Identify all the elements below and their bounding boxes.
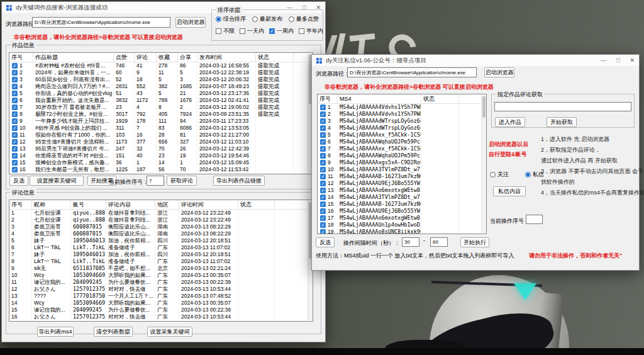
ms4-row[interactable]: ✓2MS4wLjABAAAA4Vdvhs1YSh7PWK... — [318, 111, 486, 118]
checkbox-checked-icon[interactable]: ✓ — [12, 77, 18, 82]
checkbox-checked-icon[interactable]: ✓ — [12, 91, 18, 96]
works-column-header[interactable]: 分享 — [178, 53, 197, 62]
checkbox-checked-icon[interactable]: ✓ — [12, 146, 18, 152]
works-table[interactable]: 序号作品标题点赞评论收藏分享发布时间状态✓1#农村种植 #农村创业 #抖音...… — [9, 52, 313, 174]
set-collect-keyword-button[interactable]: 设置采集关键词 — [147, 327, 192, 337]
checkbox-checked-icon[interactable]: ✓ — [320, 153, 326, 159]
checkbox-checked-icon[interactable]: ✓ — [12, 167, 18, 172]
invert-selection-button[interactable]: 反选 — [9, 176, 28, 186]
works-row[interactable]: ✓6我会重新开始的。这次失败是...3832117278916762024-03… — [9, 97, 313, 104]
checkbox-checked-icon[interactable]: ✓ — [320, 201, 326, 207]
sort-radio-option[interactable]: 综合排序 — [216, 15, 246, 23]
works-row[interactable]: ✓8极限72小时创业之旅。#创业...301779240579242024-03… — [9, 111, 313, 118]
ms4-row[interactable]: ✓1MS4wLjABAAAA4Vdvhs1YSh7PWK... — [318, 104, 486, 111]
export-ms4-button[interactable]: 导出列表ms4 — [37, 327, 74, 337]
ms4-row[interactable]: ✓11MS4wLjABAAAAB-16273um7kzNw... — [318, 173, 486, 180]
clear-list-button[interactable]: 清空列表数据 — [94, 327, 133, 337]
ms4-row[interactable]: ✓16MS4wLjABAAAAU9EjJ6Bo555YWj... — [318, 208, 486, 215]
checkbox-checked-icon[interactable]: ✓ — [320, 146, 326, 152]
works-column-header[interactable]: 点赞 — [114, 53, 135, 62]
checkbox-checked-icon[interactable]: ✓ — [320, 174, 326, 179]
invert-selection-button[interactable]: 反选 — [316, 237, 335, 247]
checkbox-checked-icon[interactable]: ✓ — [320, 208, 326, 214]
checkbox-checked-icon[interactable]: ✓ — [320, 118, 326, 124]
checkbox-checked-icon[interactable]: ✓ — [320, 194, 326, 200]
current-op-input[interactable] — [526, 215, 543, 224]
checkbox-checked-icon[interactable]: ✓ — [12, 63, 18, 69]
works-row[interactable]: ✓1#农村种植 #农村创业 #抖音...74641278862024-03-12… — [9, 62, 313, 69]
comments-row[interactable]: 15请记住我的...204099245为什么要做餐饮...广东2024-03-1… — [9, 307, 313, 313]
browser-path-input[interactable]: D:\百分浏览器\CentBrowser\Application\chrome.… — [32, 17, 170, 28]
sort-radio-option[interactable]: 最新发布 — [252, 15, 282, 23]
works-row[interactable]: ✓10#创作灵感 #创业路上的我们 ...31178360862024-03-1… — [9, 125, 313, 132]
comments-row[interactable]: 5妹子1095046013加油，祝你前程...四川2024-03-12 20:1… — [9, 237, 313, 244]
comments-column-header[interactable]: 账号 — [71, 200, 106, 209]
works-row[interactable]: ✓22024年，如果你来做抖音，一...6091152024-03-12 22:… — [9, 69, 313, 76]
checkbox-icon[interactable] — [216, 28, 221, 34]
ms4-row[interactable]: ✓15MS4wLjABAAAAB-16273um7kzNw... — [318, 201, 486, 208]
checkbox-checked-icon[interactable]: ✓ — [269, 28, 275, 34]
ms4-scrollbar[interactable] — [481, 95, 486, 233]
comments-row[interactable]: 9sik无65118370851不是吧，姐不想...北京2024-03-13 0… — [9, 265, 313, 272]
ms4-column-header[interactable]: 状态 — [421, 94, 459, 103]
checkbox-checked-icon[interactable]: ✓ — [12, 84, 18, 89]
comments-row[interactable]: 3娄底卫浴哥600887015衡阳应该比乐山...湖南2024-03-13 08… — [9, 223, 313, 230]
enter-work-button[interactable]: 进入作品 — [495, 117, 525, 127]
comments-column-header[interactable]: 序号 — [9, 200, 32, 209]
ms4-row[interactable]: ✓9MS4wLjABAAAAxgs5xA-C9D2Ro6... — [318, 159, 486, 166]
ms4-row[interactable]: ✓10MS4wLjABAAAA3TVlmPZ8Dt_w7r... — [318, 166, 486, 173]
checkbox-icon[interactable] — [240, 28, 245, 34]
works-row[interactable]: ✓11假如你在银行有了1000，你的...1031628812024-03-12… — [9, 132, 313, 138]
comments-row[interactable]: 14Wcy1053094669大胆听我的如果...广东2024-03-13 00… — [9, 300, 313, 307]
ms4-row[interactable]: ✓3MS4wLjABAAAAdWTrspLOyGoz6e... — [318, 118, 486, 125]
checkbox-checked-icon[interactable]: ✓ — [12, 118, 18, 124]
checkbox-checked-icon[interactable]: ✓ — [12, 111, 18, 117]
works-column-header[interactable]: 发布时间 — [197, 53, 256, 62]
comments-column-header[interactable]: 状态 — [238, 200, 275, 209]
checkbox-checked-icon[interactable]: ✓ — [320, 111, 326, 117]
ms4-row[interactable]: ✓13MS4wLjABAAAAo6mxotxgWEtw8z... — [318, 187, 486, 194]
export-links-button[interactable]: 导出列表作品链接 — [213, 176, 265, 186]
works-column-header[interactable]: 作品标题 — [33, 53, 114, 62]
browser-path-input[interactable]: D:\百分浏览器\CentBrowser\Application\chrome.… — [347, 67, 477, 77]
checkbox-icon[interactable] — [299, 28, 304, 34]
works-row[interactable]: ✓1395后男生下班做#直播切片 年...2473270262024-03-12… — [9, 145, 313, 152]
time-filter-option[interactable]: ✓一周内 — [269, 27, 294, 35]
checkbox-checked-icon[interactable]: ✓ — [320, 125, 326, 131]
launch-browser-button[interactable]: 启动浏览器 — [175, 17, 206, 28]
checkbox-checked-icon[interactable]: ✓ — [12, 98, 18, 103]
window2-titlebar[interactable]: dy关注私信v1.06-公众号：猫哥点项目 — □ ✕ — [312, 55, 639, 66]
works-row[interactable]: ✓4烤肉店怎么做到日入7万的？#...283155238216852024-03… — [9, 83, 313, 90]
maximize-icon[interactable]: □ — [616, 57, 619, 64]
checkbox-checked-icon[interactable]: ✓ — [320, 139, 326, 145]
set-search-keyword-button[interactable]: 设置搜索关键词 — [30, 176, 84, 186]
radio-icon[interactable] — [252, 16, 258, 22]
checkbox-checked-icon[interactable]: ✓ — [320, 160, 326, 166]
checkbox-checked-icon[interactable]: ✓ — [320, 188, 326, 193]
checkbox-checked-icon[interactable]: ✓ — [12, 70, 18, 76]
checkbox-checked-icon[interactable]: ✓ — [320, 132, 326, 138]
radio-icon[interactable] — [289, 16, 294, 22]
checkbox-checked-icon[interactable]: ✓ — [12, 160, 18, 166]
ms4-row[interactable]: ✓18MS4wLjABAAAAUn1p4owHbIwoDj... — [318, 222, 486, 228]
time-filter-option[interactable]: 半年内 — [299, 27, 323, 35]
dm-content-button[interactable]: 私信内容 — [493, 186, 526, 196]
works-row[interactable]: ✓5你别说，真的挺心动的#创业vlog51435212024-03-12 23:… — [9, 90, 313, 97]
comments-row[interactable]: 12お父さん1257912375对对对，快去做广东2024-03-13 10:5… — [9, 286, 313, 293]
ms4-row[interactable]: ✓4MS4wLjABAAAAdWTrspLOyGoz6e... — [318, 125, 486, 132]
works-row[interactable]: ✓15摆摊创业合作新模式，感兴趣...3611412024-03-12 15:0… — [9, 159, 313, 166]
works-row[interactable]: ✓1295女生做#直播切片 全流程粉...11733776563272024-0… — [9, 138, 313, 145]
comments-row[interactable]: 6LikT一 TikLLikT..TikL准备做啥子广东2024-03-13 1… — [9, 244, 313, 251]
comments-row[interactable]: 13????1777018750一个月人工1万？...广东2024-03-13 … — [9, 293, 313, 300]
interval-min-input[interactable]: 30 — [402, 237, 419, 247]
comments-row[interactable]: 7妹子1095046013加油，祝你前程...四川2024-03-12 20:1… — [9, 251, 313, 258]
ms4-row[interactable]: ✓17MS4wLjABAAAAo6mxotxgWEtw8z... — [318, 215, 486, 222]
comments-table[interactable]: 序号昵称账号评论内容地区评论时间状态1七月创业课qiyue..888在做抖音拿到… — [9, 200, 313, 322]
checkbox-checked-icon[interactable]: ✓ — [12, 132, 18, 138]
comments-row[interactable]: 4娄底卫浴哥600887015衡阳应该比乐山...湖南2024-03-13 08… — [9, 230, 313, 237]
ms4-row[interactable]: ✓7MS4wLjABAAAAxx_f5ACkk-1CSQ... — [318, 145, 486, 152]
comments-row[interactable]: 2七月创业课qiyue..888在做抖音拿到结...浙江2024-03-12 2… — [9, 217, 313, 223]
checkbox-checked-icon[interactable]: ✓ — [12, 125, 18, 131]
sort-radio-option[interactable]: 最多点赞 — [289, 15, 319, 23]
comments-row[interactable]: 8LikT一 TikLLikT..TikL准备做啥子广东2024-03-13 1… — [9, 258, 313, 265]
